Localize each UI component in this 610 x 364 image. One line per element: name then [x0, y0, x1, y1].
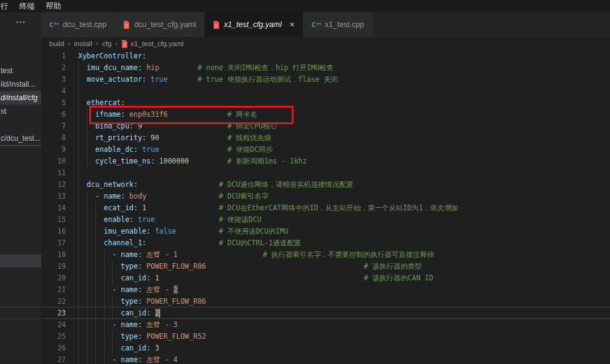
svg-text:++: ++ — [54, 21, 59, 26]
chevron-right-icon: › — [96, 39, 98, 48]
breadcrumb: build›install›cfg›x1_test_cfg.yaml — [49, 37, 183, 50]
tab-dcu_test_cfg.yaml[interactable]: dcu_test_cfg.yaml — [115, 12, 204, 37]
code-text: imu_enable: false # 不使用该DCU的IMU — [78, 226, 288, 237]
line-number: 20 — [41, 272, 66, 284]
code-line[interactable]: 15 enable: true # 使能该DCU — [41, 214, 610, 226]
more-actions-button[interactable]: ··· — [16, 17, 26, 26]
breadcrumb-segment-cfg[interactable]: cfg — [102, 40, 111, 47]
code-text: ethercat: — [78, 97, 125, 109]
code-line[interactable]: 7 bind_cpu: 9 # 绑定CPU核心 — [41, 121, 610, 132]
svg-text:++: ++ — [316, 21, 321, 26]
indent-guide — [78, 167, 79, 179]
code-line[interactable]: 27 - name: 左臂 - 4 — [41, 354, 610, 364]
code-line[interactable]: 20 can_id: 1 # 该执行器的CAN ID — [41, 272, 610, 284]
line-number: 19 — [41, 261, 66, 272]
code-text: - name: 左臂 - 3 — [78, 319, 178, 331]
menubar: 行终端帮助 — [0, 0, 610, 12]
line-number: 11 — [41, 167, 66, 179]
code-line[interactable]: 5 ethercat: — [41, 97, 610, 109]
sidebar-item-4[interactable]: st — [0, 105, 41, 118]
line-number: 18 — [41, 249, 66, 261]
text-cursor — [159, 309, 160, 318]
line-number: 10 — [41, 156, 66, 167]
code-line[interactable]: 26 can_id: 3 — [41, 342, 610, 354]
code-line[interactable]: 11 — [41, 167, 610, 179]
code-line[interactable]: 17 channel_1: # DCU的CTRL-1通道配置 — [41, 237, 610, 249]
code-line[interactable]: 6 ifname: enp0s31f6 # 网卡名 — [41, 109, 610, 121]
code-line[interactable]: 10 cycle_time_ns: 1000000 # 刷新周期1ms - 1k… — [41, 156, 610, 167]
line-number: 16 — [41, 226, 66, 237]
menu-item-2[interactable]: 终端 — [14, 1, 41, 12]
tabbar: C++dcu_test.cppdcu_test_cfg.yamlx1_test_… — [41, 12, 610, 37]
line-number: 13 — [41, 191, 66, 202]
tab-dcu_test.cpp[interactable]: C++dcu_test.cpp — [41, 12, 114, 37]
code-line[interactable]: 21 - name: 左臂 - 2 — [41, 284, 610, 296]
line-number: 17 — [41, 237, 66, 249]
code-line[interactable]: 13 - name: body # DCU索引名字 — [41, 191, 610, 202]
line-number: 15 — [41, 214, 66, 226]
breadcrumb-file[interactable]: x1_test_cfg.yaml — [121, 39, 183, 48]
line-number: 8 — [41, 132, 66, 144]
code-line[interactable]: 23 can_id: 2 — [41, 307, 610, 319]
code-line[interactable]: 1XyberController: — [41, 50, 610, 62]
code-line[interactable]: 19 type: POWER_FLOW_R86 # 该执行器的类型 — [41, 261, 610, 272]
sidebar-item-2[interactable]: ild/install... — [0, 77, 41, 91]
code-line[interactable]: 22 type: POWER_FLOW_R86 — [41, 296, 610, 307]
tab-label: dcu_test.cpp — [63, 20, 106, 29]
svg-text:C: C — [49, 21, 54, 29]
line-number: 22 — [41, 296, 66, 307]
line-number: 24 — [41, 319, 66, 331]
sidebar: ··· testild/install...d/install/cfgstc/d… — [0, 12, 41, 364]
editor[interactable]: 1XyberController:2 imu_dcu_name: hip # n… — [41, 50, 610, 364]
code-text: - name: body # DCU索引名字 — [78, 191, 268, 202]
breadcrumb-segment-install[interactable]: install — [74, 40, 92, 47]
code-line[interactable]: 14 ecat_id: 1 # DCU在EtherCAT网络中的ID，从主站开始… — [41, 202, 610, 214]
line-number: 2 — [41, 62, 66, 74]
code-text: dcu_network: # DCU通信网络，请根据实机连接情况配置 — [78, 179, 353, 191]
breadcrumb-segment-build[interactable]: build — [49, 40, 64, 47]
yaml-file-icon — [213, 20, 220, 29]
sidebar-item-3[interactable]: d/install/cfg — [0, 91, 41, 105]
code-lines: 1XyberController:2 imu_dcu_name: hip # n… — [41, 50, 610, 364]
line-number: 1 — [41, 50, 66, 62]
code-text: - name: 左臂 - 4 — [78, 354, 178, 364]
cpp-file-icon: C++ — [49, 20, 58, 29]
tab-label: x1_test_cfg.yaml — [224, 20, 282, 29]
tab-x1_test.cpp[interactable]: C++x1_test.cpp — [303, 12, 372, 37]
code-line[interactable]: 12 dcu_network: # DCU通信网络，请根据实机连接情况配置 — [41, 179, 610, 191]
menu-item-3[interactable]: 帮助 — [41, 1, 67, 12]
code-text: type: POWER_FLOW_R52 — [78, 331, 206, 342]
close-icon[interactable]: × — [289, 20, 294, 30]
menu-item-1[interactable]: 行 — [0, 1, 14, 12]
vscode-window: 行终端帮助 ··· testild/install...d/install/cf… — [0, 0, 610, 364]
sidebar-item-6[interactable]: c/dcu_test... — [0, 132, 41, 146]
code-line[interactable]: 3 move_actuator: true # true 使能执行器运动测试，f… — [41, 74, 610, 85]
tab-label: dcu_test_cfg.yaml — [134, 20, 196, 29]
line-number: 3 — [41, 74, 66, 85]
tab-x1_test_cfg.yaml[interactable]: x1_test_cfg.yaml× — [205, 12, 303, 37]
code-line[interactable]: 18 - name: 左臂 - 1 # 执行器索引名字，不需要控制的执行器可直接… — [41, 249, 610, 261]
sidebar-selected-row[interactable] — [0, 255, 41, 267]
code-line[interactable]: 25 type: POWER_FLOW_R52 — [41, 331, 610, 342]
code-text: imu_dcu_name: hip # none 关闭IMU检查，hip 打开I… — [78, 62, 334, 74]
code-text: - name: 左臂 - 2 — [78, 284, 178, 296]
code-line[interactable]: 4 — [41, 85, 610, 97]
code-text: move_actuator: true # true 使能执行器运动测试，fla… — [78, 74, 338, 85]
line-number: 26 — [41, 342, 66, 354]
code-text: enable: true # 使能该DCU — [78, 214, 262, 226]
line-number: 4 — [41, 85, 66, 97]
sidebar-item-1[interactable]: test — [0, 64, 41, 77]
code-text: cycle_time_ns: 1000000 # 刷新周期1ms - 1khz — [78, 156, 307, 167]
code-text: channel_1: # DCU的CTRL-1通道配置 — [78, 237, 301, 249]
code-line[interactable]: 24 - name: 左臂 - 3 — [41, 319, 610, 331]
code-text: can_id: 3 — [78, 342, 159, 354]
code-text: ecat_id: 1 # DCU在EtherCAT网络中的ID，从主站开始，第一… — [78, 202, 459, 214]
code-line[interactable]: 16 imu_enable: false # 不使用该DCU的IMU — [41, 226, 610, 237]
code-line[interactable]: 8 rt_priority: 90 # 线程优先级 — [41, 132, 610, 144]
code-text: bind_cpu: 9 # 绑定CPU核心 — [78, 121, 277, 132]
code-line[interactable]: 2 imu_dcu_name: hip # none 关闭IMU检查，hip 打… — [41, 62, 610, 74]
code-text: - name: 左臂 - 1 # 执行器索引名字，不需要控制的执行器可直接注释掉 — [78, 249, 434, 261]
code-line[interactable]: 9 enable_dc: true # 使能DC同步 — [41, 144, 610, 156]
line-number: 12 — [41, 179, 66, 191]
line-number: 25 — [41, 331, 66, 342]
